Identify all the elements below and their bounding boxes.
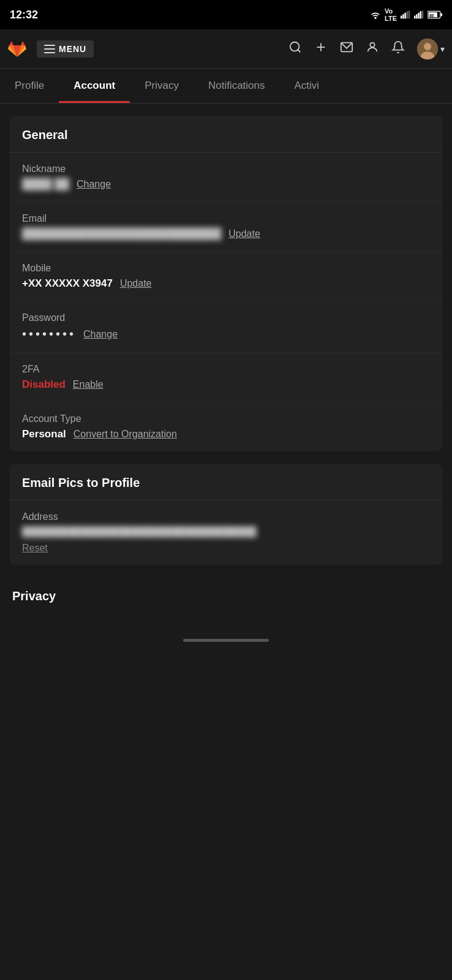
svg-rect-4 — [409, 11, 410, 19]
tab-activity[interactable]: Activi — [280, 69, 334, 103]
svg-rect-7 — [418, 13, 419, 19]
hamburger-icon — [44, 45, 55, 53]
general-section-title: General — [10, 116, 442, 153]
mobile-field: Mobile +XX XXXXX X3947 Update — [10, 252, 442, 301]
home-bar — [183, 639, 269, 642]
svg-rect-2 — [404, 13, 405, 19]
svg-rect-8 — [420, 11, 421, 18]
tab-privacy[interactable]: Privacy — [130, 69, 194, 103]
avatar-dropdown[interactable]: ▾ — [417, 39, 445, 59]
password-label: Password — [22, 312, 430, 323]
mail-icon[interactable] — [340, 40, 353, 57]
mobile-label: Mobile — [22, 263, 430, 274]
svg-line-15 — [298, 50, 300, 52]
svg-rect-3 — [407, 11, 408, 18]
svg-rect-6 — [416, 14, 417, 18]
mobile-update-button[interactable]: Update — [120, 278, 152, 289]
twofa-enable-button[interactable]: Enable — [73, 379, 104, 390]
account-type-value-row: Personal Convert to Organization — [22, 428, 430, 440]
menu-label: MENU — [59, 44, 86, 54]
account-type-label: Account Type — [22, 413, 430, 424]
menu-button[interactable]: MENU — [37, 40, 94, 58]
nickname-value: ████ ██ — [22, 178, 69, 190]
signal-icon — [401, 10, 410, 19]
privacy-section-title: Privacy — [0, 577, 452, 609]
password-change-button[interactable]: Change — [83, 329, 118, 340]
status-bar: 12:32 VoLTE 60 — [0, 0, 452, 29]
tab-notifications[interactable]: Notifications — [194, 69, 280, 103]
tab-bar: Profile Account Privacy Notifications Ac… — [0, 69, 452, 104]
email-field: Email ███████████████████████████ Update — [10, 202, 442, 252]
email-pics-section: Email Pics to Profile Address ██████████… — [10, 464, 442, 565]
status-icons: VoLTE 60 — [370, 7, 442, 22]
nickname-value-row: ████ ██ Change — [22, 178, 430, 190]
avatar-image — [417, 39, 438, 59]
svg-point-14 — [290, 42, 299, 51]
twofa-value-row: Disabled Enable — [22, 379, 430, 391]
gitlab-logo — [7, 39, 27, 59]
email-value-row: ███████████████████████████ Update — [22, 228, 430, 240]
main-content: General Nickname ████ ██ Change Email ██… — [0, 116, 452, 629]
address-value: ████████████████████████████████████ — [22, 526, 430, 537]
home-indicator — [0, 629, 452, 647]
battery-icon: 60 — [428, 10, 442, 19]
notifications-icon[interactable] — [391, 40, 405, 57]
email-value: ███████████████████████████ — [22, 228, 221, 240]
navbar-icons: ▾ — [288, 39, 445, 59]
svg-rect-9 — [422, 11, 423, 19]
email-pics-title: Email Pics to Profile — [10, 464, 442, 500]
reset-address-button[interactable]: Reset — [22, 543, 48, 554]
email-update-button[interactable]: Update — [228, 228, 260, 239]
mobile-value-row: +XX XXXXX X3947 Update — [22, 277, 430, 290]
twofa-field: 2FA Disabled Enable — [10, 353, 442, 402]
svg-rect-1 — [402, 14, 404, 18]
svg-text:60: 60 — [429, 13, 434, 18]
svg-rect-0 — [401, 16, 402, 19]
svg-point-21 — [424, 43, 431, 50]
svg-rect-11 — [441, 13, 442, 17]
user-icon[interactable] — [366, 40, 379, 57]
email-label: Email — [22, 213, 430, 224]
volte-indicator: VoLTE — [385, 7, 397, 22]
tab-profile[interactable]: Profile — [0, 69, 59, 103]
tab-account[interactable]: Account — [59, 69, 130, 103]
general-section: General Nickname ████ ██ Change Email ██… — [10, 116, 442, 451]
nickname-field: Nickname ████ ██ Change — [10, 153, 442, 202]
twofa-status: Disabled — [22, 379, 66, 391]
wifi-icon — [370, 10, 381, 19]
nickname-change-button[interactable]: Change — [77, 179, 111, 190]
address-label: Address — [22, 511, 430, 522]
twofa-label: 2FA — [22, 364, 430, 375]
svg-rect-5 — [414, 16, 415, 19]
password-value-row: •••••••• Change — [22, 327, 430, 341]
account-type-value: Personal — [22, 428, 66, 440]
search-icon[interactable] — [288, 40, 302, 57]
avatar — [417, 39, 438, 59]
mobile-value: +XX XXXXX X3947 — [22, 277, 113, 290]
navbar: MENU — [0, 29, 452, 69]
account-type-field: Account Type Personal Convert to Organiz… — [10, 402, 442, 451]
signal-icon-2 — [414, 10, 424, 19]
chevron-down-icon: ▾ — [440, 44, 445, 54]
password-field: Password •••••••• Change — [10, 301, 442, 353]
email-pics-address-field: Address ████████████████████████████████… — [10, 500, 442, 565]
nickname-label: Nickname — [22, 164, 430, 175]
convert-to-org-button[interactable]: Convert to Organization — [73, 429, 177, 440]
password-value: •••••••• — [22, 327, 76, 341]
status-time: 12:32 — [10, 9, 38, 21]
svg-point-19 — [370, 43, 374, 47]
create-icon[interactable] — [314, 40, 328, 57]
